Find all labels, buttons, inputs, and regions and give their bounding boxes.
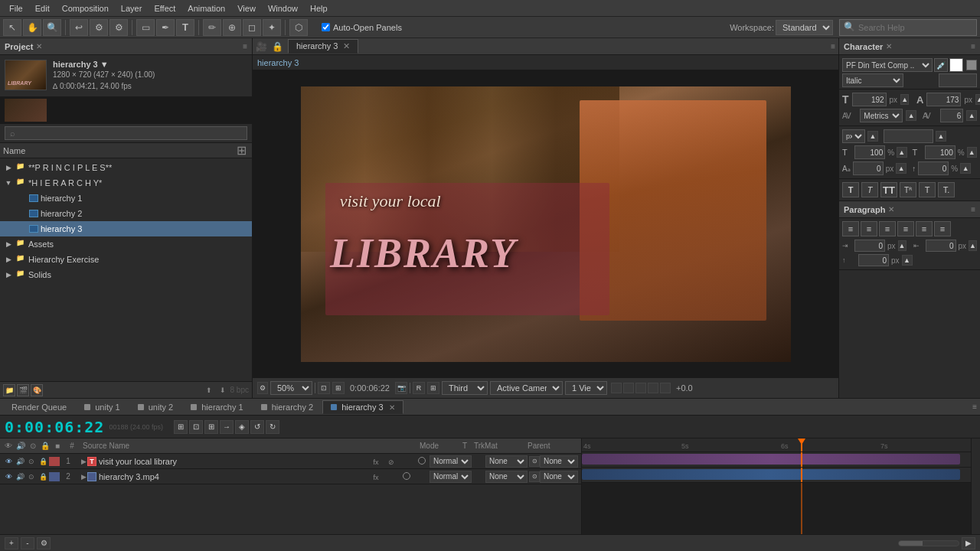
tl-tab-h3-close[interactable]: ✕ — [389, 403, 395, 412]
auto-open-panels-checkbox[interactable] — [322, 23, 330, 31]
tree-item-solids[interactable]: ▶ 📁 Solids — [0, 267, 252, 282]
tl-l2-parent-icon[interactable]: ⊙ — [529, 471, 540, 482]
para-indent-left-input[interactable] — [854, 240, 885, 252]
tl-col-audio-icon[interactable]: 🔊 — [15, 442, 26, 450]
char-btn-italic[interactable]: T — [861, 182, 878, 197]
viewer-view-select[interactable]: Third — [442, 381, 488, 395]
char-btn-bold[interactable]: T — [842, 182, 859, 197]
tl-l1-expand[interactable]: ▶ — [80, 458, 87, 465]
para-space-before-stepper[interactable]: ▲ — [902, 255, 913, 266]
viewer-btn-grid[interactable]: ⊞ — [427, 382, 439, 394]
tool-rect[interactable]: ▭ — [136, 19, 155, 36]
tool-clone[interactable]: ⊕ — [223, 19, 241, 36]
char-hscale-input[interactable] — [854, 145, 885, 159]
char-tracking-select[interactable]: Metrics — [860, 109, 903, 122]
viewer-camera-select[interactable]: Active Camera — [490, 381, 563, 395]
char-btn-sub[interactable]: T. — [938, 182, 955, 197]
tl-tab-h1[interactable]: hierarchy 1 — [182, 400, 251, 414]
menu-composition[interactable]: Composition — [56, 2, 115, 15]
menu-file[interactable]: File — [3, 2, 29, 15]
viewer-btn-r[interactable] — [611, 383, 622, 393]
project-btn-color[interactable]: 🎨 — [31, 384, 43, 396]
breadcrumb-h3[interactable]: hierarchy 3 — [257, 58, 299, 67]
char-vscale-input[interactable] — [925, 145, 956, 159]
char-tracking-stepper[interactable]: ▲ — [906, 110, 916, 121]
viewer-btn-props[interactable]: ⚙ — [257, 382, 268, 394]
tool-redo[interactable]: ⚙ — [90, 19, 108, 36]
tl-l1-trkmat[interactable]: None — [485, 455, 528, 468]
tool-select[interactable]: ↖ — [3, 19, 21, 36]
menu-help[interactable]: Help — [304, 2, 334, 15]
tl-col-solo-icon[interactable]: ⊙ — [28, 442, 38, 450]
tree-item-principles[interactable]: ▶ 📁 **P R I N C I P L E S** — [0, 160, 252, 175]
char-baseline-input[interactable] — [853, 161, 884, 175]
tree-item-h2[interactable]: hierarchy 2 — [0, 206, 252, 221]
tl-btn-settings1[interactable]: ⊞ — [174, 420, 188, 434]
tl-l1-parent-icon[interactable]: ⊙ — [529, 456, 540, 467]
tree-item-assets[interactable]: ▶ 📁 Assets — [0, 236, 252, 252]
char-tsf-input[interactable] — [918, 161, 949, 175]
char-font-eyedropper[interactable]: 💉 — [934, 58, 948, 72]
tl-l2-expand[interactable]: ▶ — [80, 473, 87, 481]
menu-effect[interactable]: Effect — [148, 2, 181, 15]
tl-btn-settings2[interactable]: ⊡ — [189, 420, 203, 434]
tl-btn-settings6[interactable]: ↺ — [250, 420, 264, 434]
tl-col-eye-icon[interactable]: 👁 — [3, 442, 14, 450]
tl-l1-quality[interactable]: ⊘ — [388, 458, 394, 466]
para-align-justify[interactable]: ≡ — [897, 221, 914, 236]
search-help-input[interactable] — [839, 19, 977, 36]
tl-l2-trkmat[interactable]: None — [485, 471, 528, 483]
char-style-select[interactable]: Italic — [842, 73, 903, 87]
viewer-btn-a[interactable] — [648, 383, 658, 393]
para-indent-left-stepper[interactable]: ▲ — [898, 240, 906, 251]
tl-l1-mode[interactable]: Normal — [430, 455, 472, 468]
tool-extra[interactable]: ⬡ — [289, 19, 308, 36]
viewer-btn-fit[interactable]: ⊡ — [318, 382, 330, 394]
tl-l1-label[interactable] — [49, 457, 60, 466]
tl-tab-h3[interactable]: hierarchy 3 ✕ — [322, 400, 403, 414]
tl-tab-renderqueue[interactable]: Render Queue — [3, 400, 75, 414]
para-align-center[interactable]: ≡ — [861, 221, 877, 236]
para-align-left[interactable]: ≡ — [842, 221, 859, 236]
tl-btn-scroll-right[interactable]: ▶ — [962, 537, 975, 549]
para-indent-right-stepper[interactable]: ▲ — [969, 240, 977, 251]
para-indent-right-input[interactable] — [926, 240, 956, 252]
char-panel-close[interactable]: ✕ — [886, 42, 892, 51]
char-hscale-stepper[interactable]: ▲ — [897, 147, 906, 158]
project-search-input[interactable] — [5, 126, 247, 140]
project-btn-new-comp[interactable]: 🎬 — [17, 384, 29, 396]
viewer-btn-3d[interactable] — [660, 383, 671, 393]
tool-puppet[interactable]: ✦ — [263, 19, 281, 36]
project-btn-scroll-down[interactable]: ⬇ — [217, 384, 229, 396]
menu-view[interactable]: View — [231, 2, 262, 15]
char-panel-menu[interactable]: ≡ — [971, 42, 975, 51]
tl-l2-eye[interactable]: 👁 — [3, 473, 14, 481]
tl-btn-settings-extra[interactable]: ⚙ — [37, 537, 51, 549]
para-align-justify-full[interactable]: ≡ — [934, 221, 951, 236]
viewer-btn-g[interactable] — [623, 383, 634, 393]
tl-zoom-slider[interactable] — [898, 540, 959, 546]
project-panel-menu[interactable]: ≡ — [243, 42, 247, 51]
viewer-btn-b[interactable] — [635, 383, 646, 393]
para-align-justify-last[interactable]: ≡ — [916, 221, 933, 236]
project-btn-new-folder[interactable]: 📁 — [3, 384, 15, 396]
para-align-right[interactable]: ≡ — [879, 221, 896, 236]
comp-tab-close[interactable]: ✕ — [343, 41, 350, 51]
menu-window[interactable]: Window — [262, 2, 304, 15]
tl-col-label-icon[interactable]: ■ — [52, 442, 63, 450]
tl-col-lock-icon[interactable]: 🔒 — [40, 442, 51, 450]
viewer-view-count-select[interactable]: 1 View — [565, 381, 607, 395]
tool-eraser[interactable]: ◻ — [243, 19, 261, 36]
tree-item-h1[interactable]: hierarchy 1 — [0, 191, 252, 206]
tl-tab-unity2[interactable]: unity 2 — [129, 400, 181, 414]
tl-btn-new-layer[interactable]: + — [5, 537, 18, 549]
comp-panel-menu[interactable]: ≡ — [831, 42, 835, 51]
tl-tab-h2[interactable]: hierarchy 2 — [253, 400, 322, 414]
tree-item-hex[interactable]: ▶ 📁 Hierarchy Exercise — [0, 252, 252, 267]
tl-vscroll-track[interactable] — [971, 439, 980, 534]
tool-zoom[interactable]: 🔍 — [43, 19, 61, 36]
tl-l1-fx[interactable]: fx — [373, 458, 378, 466]
tree-arrow-principles[interactable]: ▶ — [3, 164, 14, 171]
char-btn-allcaps[interactable]: TT — [880, 182, 897, 197]
tree-item-hierarchy[interactable]: ▼ 📁 *H I E R A R C H Y* — [0, 175, 252, 191]
